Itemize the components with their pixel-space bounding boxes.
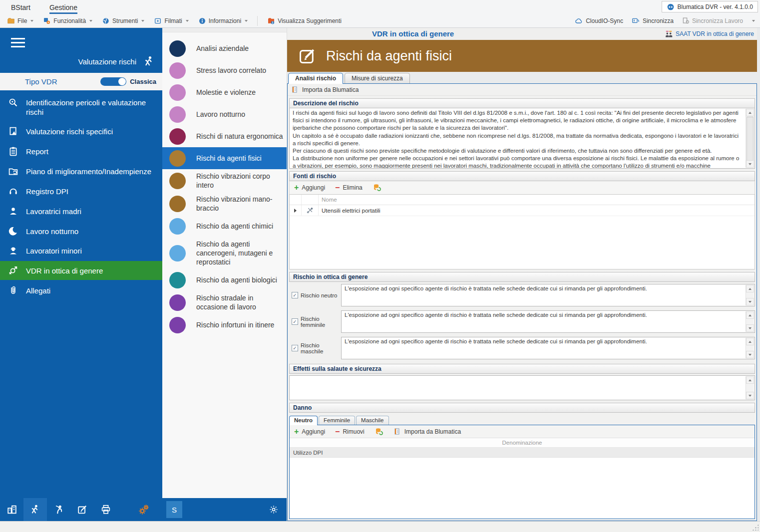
gear-icon[interactable]: [269, 505, 279, 515]
rischio-neutro-textarea[interactable]: L'esposizione ad ogni specifico agente d…: [341, 284, 755, 306]
tools-icon: [306, 207, 314, 214]
scrollbar[interactable]: [746, 311, 754, 332]
importa-da-blumatica-button[interactable]: Importa da Blumatica: [302, 86, 359, 93]
sidebar-item-lavoro-notturno[interactable]: Lavoro notturno: [0, 222, 162, 240]
sidebar-item-report[interactable]: Report: [0, 142, 162, 161]
list-item-analisi-aziendale[interactable]: Analisi aziendale: [162, 37, 287, 59]
risk-label: Rischio infortuni in itinere: [196, 320, 274, 329]
elimina-button[interactable]: −Elimina: [335, 184, 363, 192]
list-item-itinere[interactable]: Rischio infortuni in itinere: [162, 314, 287, 336]
ribbon-overflow-chevron-icon[interactable]: [752, 20, 755, 22]
sidebar-item-allegati[interactable]: Allegati: [0, 281, 162, 300]
edit-module-button[interactable]: [70, 498, 94, 521]
list-item-vibrazioni-corpo[interactable]: Rischio vibrazioni corpo intero: [162, 169, 287, 192]
list-item-stress-lavoro[interactable]: Stress lavoro correlato: [162, 59, 287, 81]
importa-da-blumatica-button[interactable]: Importa da Blumatica: [393, 428, 461, 436]
table-row[interactable]: Utensili elettrici portatili: [290, 205, 755, 216]
section-title: Descrizione del rischio: [293, 100, 359, 107]
resize-grip[interactable]: [752, 524, 759, 531]
effetti-textarea[interactable]: [289, 375, 755, 400]
visualizza-suggerimenti-label: Visualizza Suggerimenti: [278, 17, 342, 24]
s-tab-badge[interactable]: S: [166, 501, 182, 518]
scrollbar[interactable]: [746, 338, 754, 358]
tab-neutro[interactable]: Neutro: [289, 416, 318, 425]
risk-label: Rischio stradale in occasione di lavoro: [196, 293, 284, 311]
expand-arrow-icon[interactable]: [294, 209, 297, 213]
rischio-femminile-checkbox[interactable]: ✓Rischio femminile: [289, 310, 341, 333]
rischio-maschile-textarea[interactable]: L'esposizione ad ogni specifico agente d…: [341, 337, 755, 359]
scroll-down-icon[interactable]: [746, 160, 754, 168]
descrizione-textarea[interactable]: I rischi da agenti fisici sul luogo di l…: [289, 108, 755, 169]
sidebar-item-valutazione-specifici[interactable]: Valutazione rischi specifici: [0, 122, 162, 141]
tab-femminile[interactable]: Femminile: [319, 416, 355, 425]
scroll-up-icon[interactable]: [746, 338, 754, 345]
sincronizza-lavoro-label: Sincronizza Lavoro: [692, 17, 743, 24]
tipo-vdr-toggle[interactable]: [100, 77, 126, 86]
sidebar-item-lavoratori-minori[interactable]: Lavoratori minori: [0, 241, 162, 260]
scroll-down-icon[interactable]: [746, 298, 754, 305]
list-item-vibrazioni-mano[interactable]: Rischio vibrazioni mano-braccio: [162, 192, 287, 215]
scroll-down-icon[interactable]: [746, 351, 754, 358]
scrollbar[interactable]: [746, 109, 754, 168]
scroll-up-icon[interactable]: [746, 285, 754, 292]
valutazione-rischi-button[interactable]: [23, 498, 47, 521]
list-item-agenti-chimici[interactable]: Rischio da agenti chimici: [162, 215, 287, 237]
scrollbar-thumb[interactable]: [747, 117, 754, 161]
worker-module-button[interactable]: [47, 498, 70, 521]
settings-button[interactable]: [132, 498, 155, 521]
rischio-femminile-textarea[interactable]: L'esposizione ad ogni specifico agente d…: [341, 310, 755, 333]
sidebar-item-piano-miglioramento[interactable]: Piano di miglioramento/Inadempienze: [0, 162, 162, 181]
sincronizza-button[interactable]: Sincronizza: [631, 17, 674, 25]
informazioni-menu-button[interactable]: Informazioni: [198, 17, 248, 25]
menu-tab-bstart[interactable]: BStart: [11, 3, 30, 14]
visualizza-suggerimenti-button[interactable]: Visualizza Suggerimenti: [267, 17, 342, 25]
scroll-up-icon[interactable]: [746, 376, 754, 384]
sidebar-item-identificazione-pericoli[interactable]: Identificazione pericoli e valutazione r…: [0, 93, 162, 121]
database-sync-icon[interactable]: [375, 427, 383, 436]
sincronizza-lavoro-button[interactable]: Sincronizza Lavoro: [682, 17, 743, 25]
scroll-up-icon[interactable]: [746, 109, 754, 116]
list-item-ergonomica[interactable]: Rischi di natura ergonomica: [162, 125, 287, 147]
scrollbar[interactable]: [746, 285, 754, 305]
saat-link[interactable]: SAAT VDR in ottica di genere: [665, 30, 757, 38]
strumenti-menu-button[interactable]: Strumenti: [102, 17, 144, 25]
sidebar-item-registro-dpi[interactable]: Registro DPI: [0, 182, 162, 201]
list-item-cancerogeni[interactable]: Rischio da agenti cancerogeni, mutageni …: [162, 237, 287, 269]
scrollbar[interactable]: [746, 376, 754, 399]
database-sync-icon[interactable]: [373, 183, 381, 192]
fonte-name: Utensili elettrici portatili: [319, 208, 380, 214]
list-item-lavoro-notturno[interactable]: Lavoro notturno: [162, 103, 287, 125]
aggiungi-button[interactable]: +Aggiungi: [294, 184, 325, 192]
funzionalita-menu-button[interactable]: Funzionalità: [43, 17, 92, 25]
rimuovi-button[interactable]: −Rimuovi: [335, 428, 365, 436]
sidebar-item-lavoratrici-madri[interactable]: Lavoratrici madri: [0, 202, 162, 221]
scroll-down-icon[interactable]: [746, 324, 754, 332]
scroll-up-icon[interactable]: [746, 311, 754, 319]
rischio-maschile-checkbox[interactable]: ✓Rischio maschile: [289, 337, 341, 359]
person-swoosh-icon: [53, 504, 64, 515]
tab-maschile[interactable]: Maschile: [356, 416, 388, 425]
list-item-agenti-fisici[interactable]: Rischi da agenti fisici: [162, 147, 287, 169]
risk-label: Rischio da agenti chimici: [196, 222, 273, 231]
sidebar-item-vdr-ottica-genere[interactable]: VDR in ottica di genere: [0, 261, 162, 280]
tab-analisi-rischio[interactable]: Analisi rischio: [288, 73, 343, 84]
cloudio-sync-button[interactable]: CloudIO-Sync: [574, 17, 623, 25]
aggiungi-button[interactable]: +Aggiungi: [294, 428, 325, 436]
list-item-stradale[interactable]: Rischio stradale in occasione di lavoro: [162, 291, 287, 314]
risk-color-dot: [169, 84, 186, 101]
tab-misure-sicurezza[interactable]: Misure di sicurezza: [345, 73, 410, 83]
risk-label: Rischio vibrazioni corpo intero: [196, 172, 284, 190]
risk-color-dot: [169, 106, 186, 123]
company-button[interactable]: [0, 498, 23, 521]
import-document-icon: [393, 428, 401, 436]
filmati-menu-button[interactable]: Filmati: [154, 17, 188, 25]
table-row[interactable]: Utilizzo DPI: [290, 448, 755, 458]
menu-tab-gestione[interactable]: Gestione: [49, 3, 77, 14]
hamburger-menu-icon[interactable]: [11, 38, 25, 47]
list-item-biologici[interactable]: Rischio da agenti biologici: [162, 269, 287, 291]
print-button[interactable]: [94, 498, 117, 521]
scroll-down-icon[interactable]: [746, 392, 754, 399]
list-item-molestie[interactable]: Molestie e violenze: [162, 81, 287, 103]
rischio-neutro-checkbox[interactable]: ✓Rischio neutro: [289, 284, 341, 306]
file-menu-button[interactable]: File: [7, 17, 33, 25]
